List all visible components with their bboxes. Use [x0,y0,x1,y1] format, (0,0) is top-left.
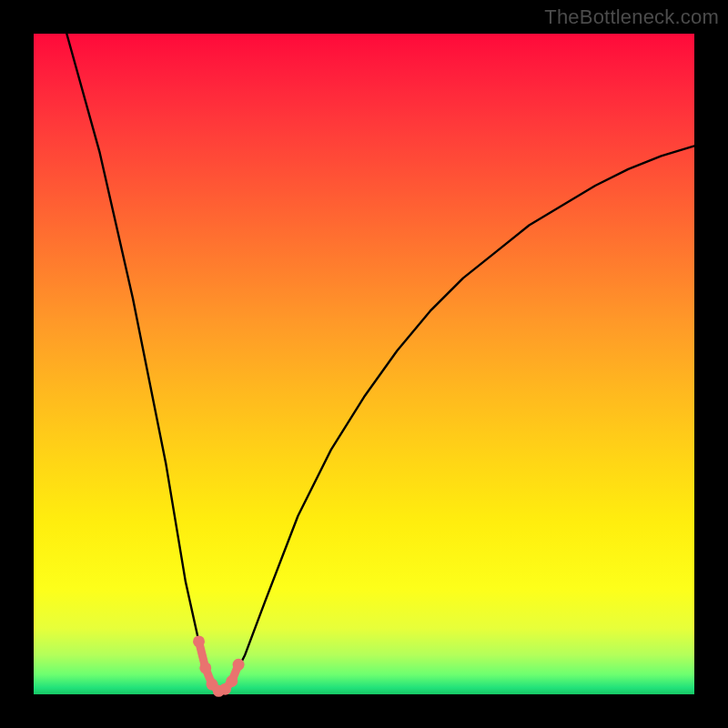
highlight-dots [193,635,245,696]
curve-layer [34,34,694,694]
watermark-text: TheBottleneck.com [544,5,719,29]
plot-area [34,34,694,694]
highlight-dot [193,635,205,647]
highlight-dot [199,662,211,673]
highlight-dot [233,659,245,671]
bottleneck-curve [66,34,694,691]
chart-frame: TheBottleneck.com [0,0,728,728]
highlight-dot [226,675,238,687]
